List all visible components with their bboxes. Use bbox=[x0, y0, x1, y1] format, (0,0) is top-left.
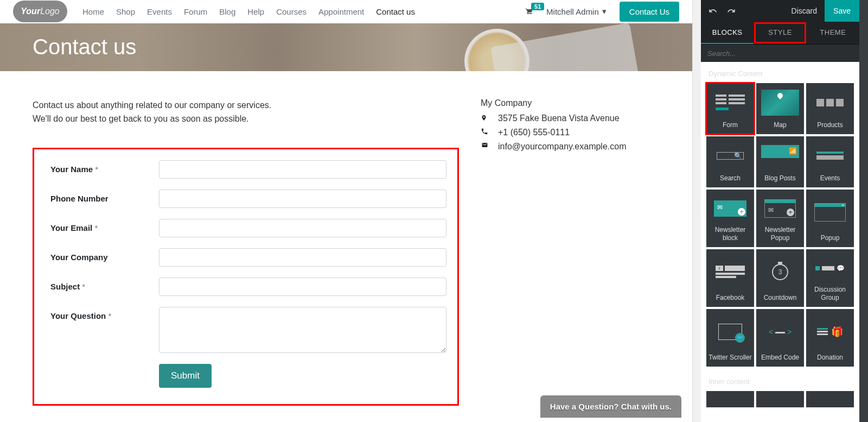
phone-text: +1 (650) 555-0111 bbox=[498, 128, 570, 137]
discard-button[interactable]: Discard bbox=[784, 7, 825, 15]
panel-search bbox=[701, 45, 859, 62]
panel-topbar: Discard Save bbox=[701, 0, 859, 22]
block-label: Discussion Group bbox=[808, 286, 852, 301]
block-label: Newsletter Popup bbox=[758, 226, 802, 242]
block-inner-placeholder[interactable] bbox=[806, 391, 854, 407]
tab-blocks[interactable]: BLOCKS bbox=[701, 22, 754, 44]
nav-home[interactable]: Home bbox=[82, 7, 104, 16]
inner-content-grid bbox=[706, 391, 854, 407]
livechat-widget[interactable]: Have a Question? Chat with us. bbox=[540, 395, 681, 418]
intro-line2: We'll do our best to get back to you as … bbox=[33, 112, 459, 126]
block-label: Donation bbox=[817, 354, 843, 361]
panel-body: Dynamic Content Form Map bbox=[701, 62, 859, 422]
block-label: Map bbox=[774, 121, 786, 129]
input-email[interactable] bbox=[159, 219, 446, 237]
contact-us-button[interactable]: Contact Us bbox=[620, 2, 679, 22]
panel-scrollbar[interactable] bbox=[859, 0, 868, 422]
block-facebook[interactable]: f Facebook bbox=[706, 249, 754, 307]
block-popup[interactable]: × Popup bbox=[806, 190, 854, 247]
input-phone[interactable] bbox=[159, 190, 446, 208]
nav-appointment[interactable]: Appointment bbox=[318, 7, 364, 16]
cart-button[interactable]: 51 bbox=[524, 7, 533, 16]
block-label: Products bbox=[817, 121, 843, 129]
block-inner-placeholder[interactable] bbox=[706, 391, 754, 407]
nav-shop[interactable]: Shop bbox=[116, 7, 135, 16]
tab-theme[interactable]: THEME bbox=[807, 22, 859, 44]
block-label: Countdown bbox=[764, 294, 797, 301]
block-label: Popup bbox=[821, 234, 840, 242]
block-twitter-scroller[interactable]: 🐦 Twitter Scroller bbox=[706, 309, 754, 367]
nav-events[interactable]: Events bbox=[147, 7, 172, 16]
email-text: info@yourcompany.example.com bbox=[498, 142, 627, 152]
block-newsletter-block[interactable]: ✉+ Newsletter block bbox=[706, 190, 754, 247]
block-label: Blog Posts bbox=[764, 174, 795, 182]
label-name: Your Name * bbox=[50, 160, 159, 174]
user-menu[interactable]: Mitchell Admin ▾ bbox=[546, 7, 607, 16]
user-name: Mitchell Admin bbox=[546, 7, 599, 16]
block-countdown[interactable]: 3 Countdown bbox=[756, 249, 804, 307]
nav-forum[interactable]: Forum bbox=[184, 7, 207, 16]
block-label: Events bbox=[820, 174, 840, 182]
top-navbar: YourLogo Home Shop Events Forum Blog Hel… bbox=[0, 0, 692, 23]
label-email: Your Email * bbox=[50, 219, 159, 232]
block-discussion-group[interactable]: 💬 Discussion Group bbox=[806, 249, 854, 307]
preview-scrollbar[interactable] bbox=[692, 0, 701, 422]
company-name: My Company bbox=[481, 98, 660, 108]
submit-button[interactable]: Submit bbox=[159, 364, 212, 388]
input-company[interactable] bbox=[159, 248, 446, 267]
form-row-phone: Phone Number bbox=[50, 190, 446, 208]
phone-icon bbox=[481, 128, 489, 135]
tab-style[interactable]: STYLE bbox=[754, 22, 806, 44]
block-events[interactable]: Events bbox=[806, 136, 854, 187]
redo-button[interactable] bbox=[727, 7, 736, 15]
address-text: 3575 Fake Buena Vista Avenue bbox=[498, 114, 620, 123]
undo-button[interactable] bbox=[709, 7, 717, 15]
block-embed-code[interactable]: < > Embed Code bbox=[756, 309, 804, 367]
hero-banner: Contact us bbox=[0, 23, 692, 71]
label-phone: Phone Number bbox=[50, 190, 159, 203]
nav-links: Home Shop Events Forum Blog Help Courses… bbox=[82, 7, 415, 16]
page-content: Contact us about anything related to our… bbox=[0, 71, 692, 422]
form-row-subject: Subject * bbox=[50, 278, 446, 296]
input-question[interactable] bbox=[159, 307, 446, 353]
logo-text-sub: Logo bbox=[40, 7, 60, 16]
form-row-email: Your Email * bbox=[50, 219, 446, 237]
block-blog-posts[interactable]: 📶 Blog Posts bbox=[756, 136, 804, 187]
block-search[interactable]: 🔍 Search bbox=[706, 136, 754, 187]
nav-blog[interactable]: Blog bbox=[219, 7, 235, 16]
company-info: My Company 3575 Fake Buena Vista Avenue … bbox=[481, 98, 660, 406]
info-address: 3575 Fake Buena Vista Avenue bbox=[481, 114, 660, 123]
block-inner-placeholder[interactable] bbox=[756, 391, 804, 407]
block-label: Embed Code bbox=[761, 354, 799, 361]
block-form[interactable]: Form bbox=[706, 83, 754, 134]
nav-right: 51 Mitchell Admin ▾ Contact Us bbox=[524, 2, 679, 22]
nav-help[interactable]: Help bbox=[247, 7, 264, 16]
caret-down-icon: ▾ bbox=[602, 7, 607, 16]
editor-side-panel: Discard Save BLOCKS STYLE THEME Dynamic … bbox=[701, 0, 868, 422]
label-question: Your Question * bbox=[50, 307, 159, 320]
map-pin-icon bbox=[481, 114, 489, 122]
block-label: Search bbox=[720, 174, 741, 182]
block-products[interactable]: Products bbox=[806, 83, 854, 134]
block-donation[interactable]: 🎁 Donation bbox=[806, 309, 854, 367]
block-label: Twitter Scroller bbox=[709, 354, 751, 361]
block-map[interactable]: Map bbox=[756, 83, 804, 134]
envelope-icon bbox=[481, 142, 489, 148]
input-subject[interactable] bbox=[159, 278, 446, 296]
nav-contact[interactable]: Contact us bbox=[376, 7, 415, 16]
nav-courses[interactable]: Courses bbox=[276, 7, 307, 16]
intro-text: Contact us about anything related to our… bbox=[33, 98, 459, 126]
block-newsletter-popup[interactable]: ✉+ Newsletter Popup bbox=[756, 190, 804, 247]
logo-text-main: Your bbox=[21, 7, 40, 16]
site-logo[interactable]: YourLogo bbox=[13, 1, 67, 22]
info-phone: +1 (650) 555-0111 bbox=[481, 128, 660, 137]
cart-count-badge: 51 bbox=[531, 3, 544, 10]
section-inner-content: Inner content bbox=[706, 374, 854, 391]
panel-tabs: BLOCKS STYLE THEME bbox=[701, 22, 859, 45]
input-name[interactable] bbox=[159, 160, 446, 179]
save-button[interactable]: Save bbox=[825, 0, 859, 22]
block-search-input[interactable] bbox=[707, 49, 853, 58]
label-company: Your Company bbox=[50, 248, 159, 262]
form-row-question: Your Question * bbox=[50, 307, 446, 353]
contact-form-highlight: Your Name * Phone Number Your Email * Yo… bbox=[33, 148, 459, 406]
